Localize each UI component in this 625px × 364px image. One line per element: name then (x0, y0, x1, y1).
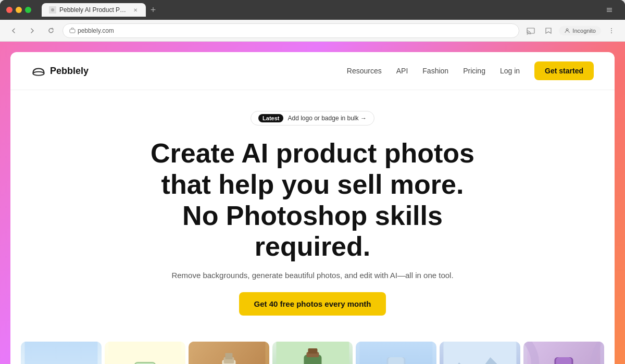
nav-resources[interactable]: Resources (347, 67, 382, 75)
close-window-button[interactable] (6, 7, 12, 13)
browser-menu-icon[interactable] (604, 23, 619, 38)
page-container: Pebblely Resources API Fashion Pricing L… (10, 52, 615, 364)
maximize-window-button[interactable] (25, 7, 31, 13)
nav-pricing[interactable]: Pricing (463, 67, 485, 75)
new-tab-button[interactable]: + (146, 3, 160, 17)
serum-illustration: Serum (189, 342, 269, 364)
browser-toolbar: pebblely.com Incognito (0, 20, 625, 42)
url-text: pebblely.com (78, 27, 114, 34)
browser-titlebar: Pebblely AI Product Photogr... ✕ + (0, 0, 625, 20)
toolbar-actions: Incognito (523, 23, 619, 38)
window-menu-icon[interactable] (602, 3, 617, 17)
product-card-lacroix[interactable]: La Croix (105, 342, 185, 364)
hero-title-line1: Create AI product photos (151, 138, 474, 168)
svg-point-5 (566, 29, 568, 31)
laneige-illustration: LANEIGE (440, 342, 520, 364)
hero-title: Create AI product photos that help you s… (130, 138, 495, 262)
myvegan-illustration: MY VEGAN (272, 342, 353, 364)
tab-bar: Pebblely AI Product Photogr... ✕ + (42, 3, 521, 17)
skii-illustration: SK-II (21, 342, 102, 364)
svg-point-6 (611, 28, 612, 29)
lacroix-illustration: La Croix (105, 342, 185, 364)
main-nav: Pebblely Resources API Fashion Pricing L… (10, 52, 615, 90)
product-grid-row1: SK-II La (10, 331, 615, 364)
svg-point-9 (33, 72, 44, 76)
svg-rect-28 (225, 353, 232, 359)
svg-point-4 (527, 33, 528, 34)
forward-button[interactable] (25, 23, 40, 38)
traffic-lights (6, 7, 31, 13)
svg-rect-42 (389, 357, 404, 364)
nav-links: Resources API Fashion Pricing Log in Get… (347, 61, 594, 80)
nav-fashion[interactable]: Fashion (422, 67, 448, 75)
back-button[interactable] (6, 23, 21, 38)
hero-badge[interactable]: Latest Add logo or badge in bulk → (251, 111, 374, 125)
badge-tag: Latest (258, 114, 283, 122)
svg-rect-54 (556, 357, 572, 364)
product-card-laneige[interactable]: LANEIGE (440, 342, 520, 364)
hero-subtitle: Remove backgrounds, generate beautiful p… (21, 271, 604, 280)
product-card-serum[interactable]: Serum (189, 342, 269, 364)
cast-icon[interactable] (523, 23, 538, 38)
logo[interactable]: Pebblely (31, 66, 89, 77)
website-content: Pebblely Resources API Fashion Pricing L… (0, 42, 625, 364)
svg-point-8 (611, 32, 612, 33)
svg-rect-15 (108, 342, 181, 364)
logo-text: Pebblely (50, 66, 89, 77)
badge-text: Add logo or badge in bulk → (288, 115, 366, 122)
minimize-window-button[interactable] (16, 7, 22, 13)
tab-title: Pebblely AI Product Photogr... (59, 6, 129, 14)
svg-point-1 (51, 8, 54, 11)
hero-cta-button[interactable]: Get 40 free photos every month (239, 292, 385, 316)
jeju-illustration: JEJU SEA WATER (356, 342, 436, 364)
svg-rect-10 (24, 342, 97, 364)
hero-title-line3: No Photoshop skills required. (182, 200, 443, 262)
product-card-jeju[interactable]: JEJU SEA WATER (356, 342, 436, 364)
product-card-myvegan[interactable]: MY VEGAN (272, 342, 353, 364)
nav-get-started-button[interactable]: Get started (534, 61, 594, 80)
incognito-indicator: Incognito (559, 26, 601, 35)
product-card-canmake[interactable]: Canmake (523, 342, 604, 364)
hero-section: Latest Add logo or badge in bulk → Creat… (10, 90, 615, 331)
hero-title-line2: that help you sell more. (161, 169, 464, 199)
svg-rect-2 (70, 29, 75, 33)
reload-button[interactable] (44, 23, 58, 38)
canmake-illustration: Canmake (523, 342, 604, 364)
page-background: Pebblely Resources API Fashion Pricing L… (0, 42, 625, 364)
product-card-skii[interactable]: SK-II (21, 342, 102, 364)
nav-login[interactable]: Log in (500, 67, 520, 75)
browser-window: Pebblely AI Product Photogr... ✕ + pebbl… (0, 0, 625, 364)
bookmark-icon[interactable] (541, 23, 556, 38)
svg-rect-35 (308, 348, 317, 354)
address-bar[interactable]: pebblely.com (63, 23, 519, 38)
svg-rect-46 (444, 342, 517, 364)
nav-api[interactable]: API (396, 67, 408, 75)
tab-close-button[interactable]: ✕ (132, 6, 139, 14)
tab-favicon (49, 6, 56, 14)
active-tab[interactable]: Pebblely AI Product Photogr... ✕ (42, 3, 146, 17)
svg-point-7 (611, 30, 612, 31)
incognito-label: Incognito (572, 28, 596, 34)
